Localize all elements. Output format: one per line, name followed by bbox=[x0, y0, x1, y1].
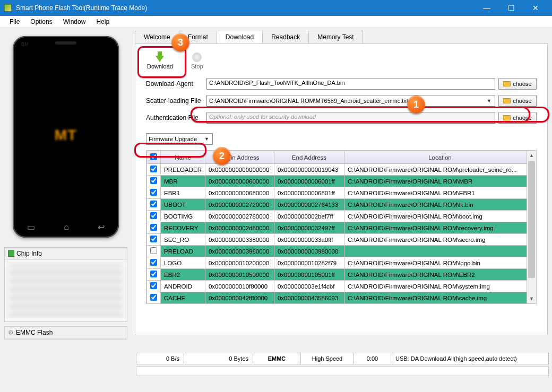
col-location[interactable]: Location bbox=[344, 151, 536, 164]
maximize-button[interactable]: ☐ bbox=[499, 0, 523, 16]
col-name[interactable]: Name bbox=[161, 151, 205, 164]
tab-readback[interactable]: Readback bbox=[262, 31, 309, 43]
scroll-thumb[interactable] bbox=[528, 161, 535, 278]
status-bytes: 0 Bytes bbox=[184, 353, 253, 364]
table-row[interactable]: EBR2 0x0000000010500000 0x00000000105001… bbox=[147, 269, 536, 281]
cell-end: 0x00000000032497ff bbox=[274, 222, 344, 234]
cell-location: C:\ANDROID\Firmware\ORIGINAL ROM\lk.bin bbox=[344, 199, 536, 211]
table-row[interactable]: BOOTIMG 0x0000000002780000 0x0000000002b… bbox=[147, 211, 536, 222]
cell-end: 0x0000000002764133 bbox=[274, 199, 344, 211]
scatter-choose-button[interactable]: choose bbox=[498, 95, 537, 107]
row-checkbox[interactable] bbox=[150, 189, 157, 196]
cell-location: C:\ANDROID\Firmware\ORIGINAL ROM\MBR bbox=[344, 176, 536, 187]
cell-begin: 0x0000000003980000 bbox=[205, 246, 274, 257]
menu-options[interactable]: Options bbox=[25, 17, 57, 27]
status-usb: USB: DA Download All(high speed,auto det… bbox=[391, 353, 548, 364]
row-checkbox[interactable] bbox=[150, 294, 157, 301]
emmc-label: EMMC Flash bbox=[16, 329, 53, 336]
cell-begin: 0x0000000042f80000 bbox=[205, 292, 274, 304]
close-button[interactable]: ✕ bbox=[523, 0, 548, 16]
row-checkbox[interactable] bbox=[150, 212, 157, 219]
row-checkbox[interactable] bbox=[150, 282, 157, 289]
scroll-down-icon[interactable]: ▼ bbox=[527, 294, 536, 303]
cell-begin: 0x0000000000680000 bbox=[205, 187, 274, 199]
cell-location: C:\ANDROID\Firmware\ORIGINAL ROM\logo.bi… bbox=[344, 257, 536, 269]
status-mode: High Speed bbox=[301, 353, 354, 364]
stop-button[interactable]: Stop bbox=[191, 53, 203, 69]
table-row[interactable]: LOGO 0x0000000010200000 0x0000000010282f… bbox=[147, 257, 536, 269]
cell-location: C:\ANDROID\Firmware\ORIGINAL ROM\recover… bbox=[344, 222, 536, 234]
table-row[interactable]: RECOVERY 0x0000000002d80000 0x0000000003… bbox=[147, 222, 536, 234]
status-bar: 0 B/s 0 Bytes EMMC High Speed 0:00 USB: … bbox=[136, 353, 549, 364]
scroll-up-icon[interactable]: ▲ bbox=[527, 151, 536, 160]
window-title: Smart Phone Flash Tool(Runtime Trace Mod… bbox=[16, 4, 475, 12]
flash-mode-combo[interactable]: Firmware Upgrade▼ bbox=[146, 133, 213, 145]
row-checkbox[interactable] bbox=[150, 224, 157, 231]
cell-begin: 0x0000000003380000 bbox=[205, 234, 274, 246]
cell-name: EBR2 bbox=[161, 269, 205, 281]
scatter-label: Scatter-loading File bbox=[146, 97, 203, 104]
col-end[interactable]: End Address bbox=[274, 151, 344, 164]
da-choose-button[interactable]: choose bbox=[498, 78, 537, 90]
menu-help[interactable]: Help bbox=[91, 17, 115, 27]
cell-location: C:\ANDROID\Firmware\ORIGINAL ROM\boot.im… bbox=[344, 211, 536, 222]
select-all-checkbox[interactable] bbox=[150, 153, 157, 160]
cell-end: 0x00000000006801ff bbox=[274, 187, 344, 199]
cell-name: PRELOAD bbox=[161, 246, 205, 257]
phone-preview: BM MT ▭⌂↩ bbox=[13, 36, 119, 238]
cell-name: MBR bbox=[161, 176, 205, 187]
scrollbar[interactable]: ▲ ▼ bbox=[527, 151, 536, 303]
row-checkbox[interactable] bbox=[150, 271, 157, 277]
partition-table: Name Begin Address End Address Location … bbox=[146, 150, 537, 304]
annotation-badge-1: 1 bbox=[407, 95, 425, 114]
cell-end: 0x00000000105001ff bbox=[274, 269, 344, 281]
stop-icon bbox=[192, 53, 202, 62]
cell-end: 0x0000000000019043 bbox=[274, 164, 344, 176]
row-checkbox[interactable] bbox=[150, 247, 157, 254]
tab-memory-test[interactable]: Memory Test bbox=[308, 31, 363, 43]
phone-brand: BM bbox=[21, 41, 29, 47]
row-checkbox[interactable] bbox=[150, 259, 157, 266]
download-arrow-icon bbox=[156, 56, 164, 62]
chevron-down-icon: ▼ bbox=[204, 136, 210, 142]
cell-location: C:\ANDROID\Firmware\ORIGINAL ROM\secro.i… bbox=[344, 234, 536, 246]
cell-location: C:\ANDROID\Firmware\ORIGINAL ROM\system.… bbox=[344, 281, 536, 292]
folder-icon bbox=[503, 115, 511, 120]
tab-content: Download Stop Download-Agent C:\ANDROID\… bbox=[135, 43, 548, 335]
table-row[interactable]: EBR1 0x0000000000680000 0x00000000006801… bbox=[147, 187, 536, 199]
table-row[interactable]: UBOOT 0x0000000002720000 0x0000000002764… bbox=[147, 199, 536, 211]
table-row[interactable]: CACHE 0x0000000042f80000 0x0000000043586… bbox=[147, 292, 536, 304]
row-checkbox[interactable] bbox=[150, 236, 157, 242]
table-row[interactable]: MBR 0x0000000000600000 0x00000000006001f… bbox=[147, 176, 536, 187]
auth-path-input[interactable]: Optional: only used for security downloa… bbox=[206, 112, 495, 124]
table-row[interactable]: ANDROID 0x0000000010f80000 0x000000003e1… bbox=[147, 281, 536, 292]
auth-choose-button[interactable]: choose bbox=[498, 112, 537, 124]
da-path-input[interactable]: C:\ANDROID\SP_Flash_Tool\MTK_AllInOne_DA… bbox=[206, 78, 495, 90]
emmc-flash-panel: EMMC Flash bbox=[4, 326, 127, 339]
chip-icon bbox=[8, 250, 14, 257]
cell-name: BOOTIMG bbox=[161, 211, 205, 222]
table-row[interactable]: PRELOADER 0x0000000000000000 0x000000000… bbox=[147, 164, 536, 176]
menu-file[interactable]: File bbox=[4, 17, 25, 27]
cell-end: 0x0000000010282f79 bbox=[274, 257, 344, 269]
chevron-down-icon: ▼ bbox=[487, 98, 493, 103]
cell-location: C:\ANDROID\Firmware\ORIGINAL ROM\cache.i… bbox=[344, 292, 536, 304]
cell-begin: 0x0000000010500000 bbox=[205, 269, 274, 281]
menu-window[interactable]: Window bbox=[58, 17, 91, 27]
cell-begin: 0x0000000002d80000 bbox=[205, 222, 274, 234]
cell-name: ANDROID bbox=[161, 281, 205, 292]
cell-name: SEC_RO bbox=[161, 234, 205, 246]
cell-begin: 0x0000000010200000 bbox=[205, 257, 274, 269]
table-row[interactable]: PRELOAD 0x0000000003980000 0x00000000039… bbox=[147, 246, 536, 257]
chip-info-label: Chip Info bbox=[16, 250, 42, 257]
download-button[interactable]: Download bbox=[147, 51, 173, 69]
tab-download[interactable]: Download bbox=[217, 31, 263, 43]
minimize-button[interactable]: — bbox=[475, 0, 499, 16]
row-checkbox[interactable] bbox=[150, 165, 157, 172]
progress-bar bbox=[136, 367, 549, 376]
row-checkbox[interactable] bbox=[150, 177, 157, 184]
scatter-path-input[interactable]: C:\ANDROID\Firmware\ORIGINAL ROM\MT6589_… bbox=[206, 95, 495, 107]
table-row[interactable]: SEC_RO 0x0000000003380000 0x00000000033a… bbox=[147, 234, 536, 246]
row-checkbox[interactable] bbox=[150, 201, 157, 207]
folder-icon bbox=[503, 81, 511, 86]
